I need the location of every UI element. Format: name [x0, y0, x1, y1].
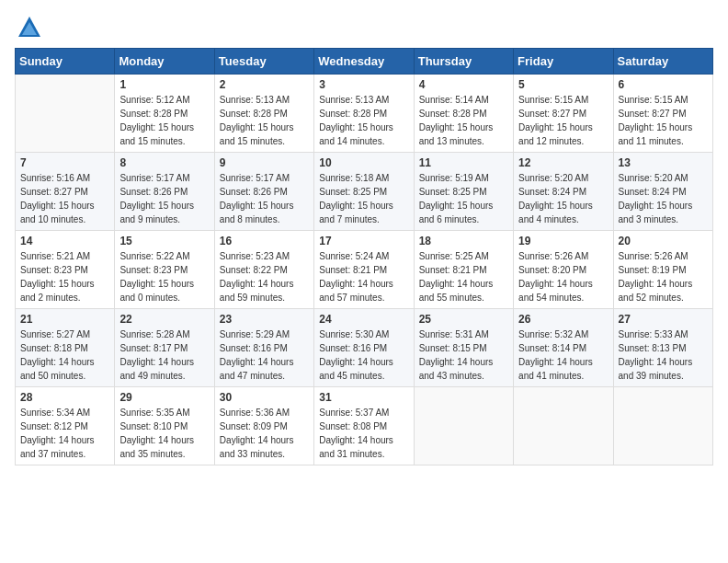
calendar-cell: 4Sunrise: 5:14 AM Sunset: 8:28 PM Daylig…	[414, 75, 513, 153]
day-number: 19	[518, 235, 608, 247]
calendar-cell: 1Sunrise: 5:12 AM Sunset: 8:28 PM Daylig…	[115, 75, 214, 153]
calendar-cell: 29Sunrise: 5:35 AM Sunset: 8:10 PM Dayli…	[115, 387, 214, 465]
calendar-week-row: 14Sunrise: 5:21 AM Sunset: 8:23 PM Dayli…	[16, 231, 713, 309]
day-info: Sunrise: 5:33 AM Sunset: 8:13 PM Dayligh…	[619, 327, 708, 383]
day-info: Sunrise: 5:15 AM Sunset: 8:27 PM Dayligh…	[619, 93, 708, 148]
day-number: 22	[119, 313, 209, 326]
calendar-cell: 10Sunrise: 5:18 AM Sunset: 8:25 PM Dayli…	[314, 153, 414, 231]
day-number: 15	[119, 235, 209, 247]
calendar-cell: 26Sunrise: 5:32 AM Sunset: 8:14 PM Dayli…	[514, 309, 613, 387]
day-number: 3	[319, 78, 408, 91]
day-info: Sunrise: 5:30 AM Sunset: 8:16 PM Dayligh…	[319, 327, 408, 383]
calendar-week-row: 7Sunrise: 5:16 AM Sunset: 8:27 PM Daylig…	[16, 153, 713, 231]
day-number: 16	[220, 235, 309, 247]
calendar-cell: 22Sunrise: 5:28 AM Sunset: 8:17 PM Dayli…	[115, 309, 214, 387]
calendar-cell	[414, 387, 513, 465]
calendar-cell: 31Sunrise: 5:37 AM Sunset: 8:08 PM Dayli…	[314, 387, 414, 465]
day-number: 30	[220, 391, 309, 404]
calendar-cell: 20Sunrise: 5:26 AM Sunset: 8:19 PM Dayli…	[613, 231, 712, 309]
day-number: 12	[518, 156, 608, 169]
day-info: Sunrise: 5:15 AM Sunset: 8:27 PM Dayligh…	[518, 93, 608, 148]
day-info: Sunrise: 5:34 AM Sunset: 8:12 PM Dayligh…	[20, 406, 109, 461]
day-info: Sunrise: 5:31 AM Sunset: 8:15 PM Dayligh…	[419, 327, 508, 383]
column-header-sunday: Sunday	[16, 49, 115, 75]
day-info: Sunrise: 5:35 AM Sunset: 8:10 PM Dayligh…	[119, 406, 209, 461]
day-info: Sunrise: 5:20 AM Sunset: 8:24 PM Dayligh…	[518, 171, 608, 226]
calendar-cell: 30Sunrise: 5:36 AM Sunset: 8:09 PM Dayli…	[214, 387, 313, 465]
day-number: 4	[419, 78, 508, 91]
day-number: 9	[220, 156, 309, 169]
calendar-cell: 3Sunrise: 5:13 AM Sunset: 8:28 PM Daylig…	[314, 75, 414, 153]
day-number: 29	[119, 391, 209, 404]
day-number: 27	[619, 313, 708, 326]
day-number: 28	[20, 391, 109, 404]
day-info: Sunrise: 5:12 AM Sunset: 8:28 PM Dayligh…	[119, 93, 209, 148]
day-info: Sunrise: 5:36 AM Sunset: 8:09 PM Dayligh…	[220, 406, 309, 461]
day-number: 17	[319, 235, 408, 247]
column-header-thursday: Thursday	[414, 49, 513, 75]
column-header-tuesday: Tuesday	[214, 49, 313, 75]
calendar-cell: 18Sunrise: 5:25 AM Sunset: 8:21 PM Dayli…	[414, 231, 513, 309]
day-number: 2	[220, 78, 309, 91]
calendar-cell: 5Sunrise: 5:15 AM Sunset: 8:27 PM Daylig…	[514, 75, 613, 153]
calendar-cell: 12Sunrise: 5:20 AM Sunset: 8:24 PM Dayli…	[514, 153, 613, 231]
day-number: 23	[220, 313, 309, 326]
calendar-cell: 13Sunrise: 5:20 AM Sunset: 8:24 PM Dayli…	[613, 153, 712, 231]
day-number: 31	[319, 391, 408, 404]
day-number: 6	[619, 78, 708, 91]
day-info: Sunrise: 5:23 AM Sunset: 8:22 PM Dayligh…	[220, 249, 309, 304]
day-info: Sunrise: 5:20 AM Sunset: 8:24 PM Dayligh…	[619, 171, 708, 226]
day-info: Sunrise: 5:19 AM Sunset: 8:25 PM Dayligh…	[419, 171, 508, 226]
day-number: 26	[518, 313, 608, 326]
calendar-cell: 25Sunrise: 5:31 AM Sunset: 8:15 PM Dayli…	[414, 309, 513, 387]
column-header-friday: Friday	[514, 49, 613, 75]
day-info: Sunrise: 5:21 AM Sunset: 8:23 PM Dayligh…	[20, 249, 109, 304]
calendar-cell: 19Sunrise: 5:26 AM Sunset: 8:20 PM Dayli…	[514, 231, 613, 309]
day-info: Sunrise: 5:13 AM Sunset: 8:28 PM Dayligh…	[220, 93, 309, 148]
calendar-week-row: 28Sunrise: 5:34 AM Sunset: 8:12 PM Dayli…	[16, 387, 713, 465]
day-info: Sunrise: 5:24 AM Sunset: 8:21 PM Dayligh…	[319, 249, 408, 304]
day-number: 21	[20, 313, 109, 326]
calendar-cell: 15Sunrise: 5:22 AM Sunset: 8:23 PM Dayli…	[115, 231, 214, 309]
day-info: Sunrise: 5:26 AM Sunset: 8:20 PM Dayligh…	[518, 249, 608, 304]
calendar-cell: 7Sunrise: 5:16 AM Sunset: 8:27 PM Daylig…	[16, 153, 115, 231]
day-number: 10	[319, 156, 408, 169]
logo	[15, 15, 42, 40]
calendar-cell: 11Sunrise: 5:19 AM Sunset: 8:25 PM Dayli…	[414, 153, 513, 231]
day-number: 18	[419, 235, 508, 247]
calendar-cell: 9Sunrise: 5:17 AM Sunset: 8:26 PM Daylig…	[214, 153, 313, 231]
calendar-week-row: 1Sunrise: 5:12 AM Sunset: 8:28 PM Daylig…	[16, 75, 713, 153]
calendar-cell: 6Sunrise: 5:15 AM Sunset: 8:27 PM Daylig…	[613, 75, 712, 153]
day-number: 13	[619, 156, 708, 169]
day-info: Sunrise: 5:13 AM Sunset: 8:28 PM Dayligh…	[319, 93, 408, 148]
day-number: 11	[419, 156, 508, 169]
day-info: Sunrise: 5:18 AM Sunset: 8:25 PM Dayligh…	[319, 171, 408, 226]
calendar-cell	[514, 387, 613, 465]
calendar-table: SundayMondayTuesdayWednesdayThursdayFrid…	[15, 48, 713, 465]
day-info: Sunrise: 5:32 AM Sunset: 8:14 PM Dayligh…	[518, 327, 608, 383]
day-number: 25	[419, 313, 508, 326]
day-info: Sunrise: 5:16 AM Sunset: 8:27 PM Dayligh…	[20, 171, 109, 226]
day-number: 8	[119, 156, 209, 169]
calendar-header-row: SundayMondayTuesdayWednesdayThursdayFrid…	[16, 49, 713, 75]
day-number: 24	[319, 313, 408, 326]
header	[15, 15, 713, 40]
day-number: 14	[20, 235, 109, 247]
calendar-cell: 2Sunrise: 5:13 AM Sunset: 8:28 PM Daylig…	[214, 75, 313, 153]
day-info: Sunrise: 5:14 AM Sunset: 8:28 PM Dayligh…	[419, 93, 508, 148]
day-info: Sunrise: 5:28 AM Sunset: 8:17 PM Dayligh…	[119, 327, 209, 383]
day-info: Sunrise: 5:27 AM Sunset: 8:18 PM Dayligh…	[20, 327, 109, 383]
calendar-cell: 14Sunrise: 5:21 AM Sunset: 8:23 PM Dayli…	[16, 231, 115, 309]
day-info: Sunrise: 5:25 AM Sunset: 8:21 PM Dayligh…	[419, 249, 508, 304]
column-header-saturday: Saturday	[613, 49, 712, 75]
logo-icon	[17, 15, 42, 40]
calendar-cell	[613, 387, 712, 465]
calendar-cell: 17Sunrise: 5:24 AM Sunset: 8:21 PM Dayli…	[314, 231, 414, 309]
day-number: 1	[119, 78, 209, 91]
day-info: Sunrise: 5:37 AM Sunset: 8:08 PM Dayligh…	[319, 406, 408, 461]
calendar-cell: 16Sunrise: 5:23 AM Sunset: 8:22 PM Dayli…	[214, 231, 313, 309]
day-number: 5	[518, 78, 608, 91]
calendar-cell: 23Sunrise: 5:29 AM Sunset: 8:16 PM Dayli…	[214, 309, 313, 387]
calendar-cell: 8Sunrise: 5:17 AM Sunset: 8:26 PM Daylig…	[115, 153, 214, 231]
day-info: Sunrise: 5:22 AM Sunset: 8:23 PM Dayligh…	[119, 249, 209, 304]
